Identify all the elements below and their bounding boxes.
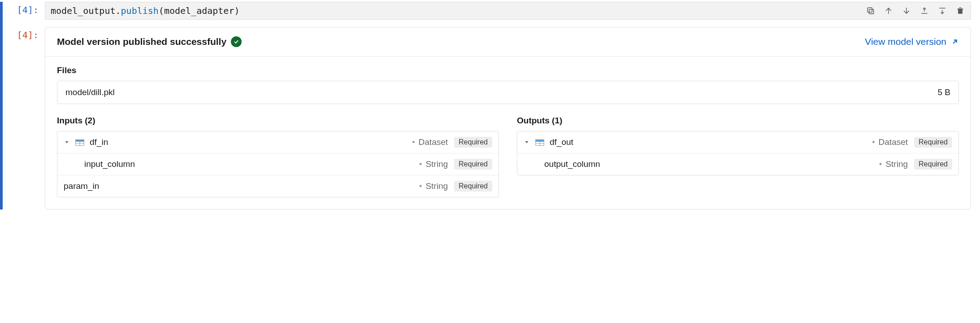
insert-above-icon[interactable] bbox=[919, 6, 929, 16]
notebook-cell: [4]: model_output.publish(model_adapter) bbox=[0, 2, 971, 210]
required-badge: Required bbox=[914, 159, 952, 170]
input-row: [4]: model_output.publish(model_adapter) bbox=[9, 2, 971, 20]
input-name: param_in bbox=[64, 181, 414, 191]
trash-icon[interactable] bbox=[955, 6, 965, 16]
svg-rect-2 bbox=[958, 9, 963, 14]
output-name: df_out bbox=[550, 137, 867, 147]
output-row-df-out[interactable]: df_out •Dataset Required bbox=[517, 131, 958, 153]
required-badge: Required bbox=[914, 137, 952, 148]
file-name: model/dill.pkl bbox=[65, 87, 115, 97]
view-model-version-link[interactable]: View model version bbox=[865, 36, 959, 47]
output-panel: Model version published successfully Vie… bbox=[45, 27, 971, 210]
input-row-df-in[interactable]: df_in •Dataset Required bbox=[57, 131, 499, 153]
output-prompt: [4]: bbox=[9, 27, 45, 210]
caret-down-icon[interactable] bbox=[524, 139, 530, 145]
inputs-label: Inputs (2) bbox=[57, 116, 499, 126]
svg-rect-1 bbox=[867, 8, 872, 12]
output-child-name: output_column bbox=[544, 159, 874, 169]
code-text[interactable]: model_output.publish(model_adapter) bbox=[51, 5, 239, 16]
outputs-label: Outputs (1) bbox=[517, 116, 959, 126]
input-child-name: input_column bbox=[84, 159, 414, 169]
external-link-icon bbox=[951, 38, 959, 46]
view-model-version-label: View model version bbox=[865, 36, 946, 47]
file-row[interactable]: model/dill.pkl 5 B bbox=[57, 81, 959, 104]
arrow-up-icon[interactable] bbox=[884, 6, 893, 16]
required-badge: Required bbox=[454, 159, 492, 170]
insert-below-icon[interactable] bbox=[937, 6, 947, 16]
output-row-output-column[interactable]: output_column •String Required bbox=[517, 153, 958, 175]
outputs-column: Outputs (1) df_out bbox=[517, 116, 959, 197]
dataset-icon bbox=[75, 139, 84, 146]
required-badge: Required bbox=[454, 181, 492, 192]
cell-toolbar bbox=[866, 6, 965, 16]
arrow-down-icon[interactable] bbox=[902, 6, 911, 16]
cell-selection-marker bbox=[0, 2, 3, 210]
input-name: df_in bbox=[90, 137, 407, 147]
code-cell[interactable]: model_output.publish(model_adapter) bbox=[45, 2, 971, 20]
required-badge: Required bbox=[454, 137, 492, 148]
dataset-icon bbox=[535, 139, 544, 146]
svg-rect-0 bbox=[869, 9, 874, 14]
inputs-column: Inputs (2) df_in bbox=[57, 116, 499, 197]
duplicate-icon[interactable] bbox=[866, 6, 876, 16]
input-prompt: [4]: bbox=[9, 2, 45, 15]
files-label: Files bbox=[57, 65, 959, 75]
file-size: 5 B bbox=[937, 87, 950, 97]
panel-title: Model version published successfully bbox=[57, 36, 226, 47]
success-check-icon bbox=[231, 36, 242, 47]
input-row-input-column[interactable]: input_column •String Required bbox=[57, 153, 499, 175]
output-row: [4]: Model version published successfull… bbox=[9, 27, 971, 210]
input-row-param-in[interactable]: param_in •String Required bbox=[57, 175, 499, 197]
caret-down-icon[interactable] bbox=[64, 139, 70, 145]
